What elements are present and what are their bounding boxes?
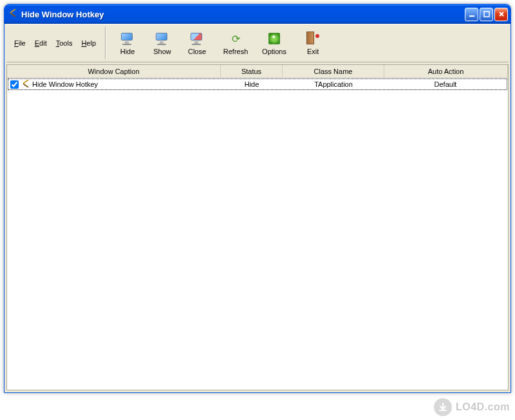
menu-file[interactable]: File	[10, 37, 30, 50]
toolbar-area: File Edit Tools Help Hide Show	[6, 24, 509, 62]
refresh-button[interactable]: ⟳ Refresh	[218, 26, 253, 60]
menu-tools[interactable]: Tools	[52, 37, 77, 50]
titlebar[interactable]: Hide Window Hotkey	[5, 5, 510, 24]
menu-edit[interactable]: Edit	[31, 37, 51, 50]
list-view: Window Caption Status Class Name Auto Ac…	[6, 64, 509, 390]
exit-button[interactable]: Exit	[295, 26, 330, 60]
refresh-label: Refresh	[223, 48, 248, 55]
app-icon	[8, 9, 19, 19]
watermark-text: LO4D.com	[456, 401, 510, 413]
list-body[interactable]: Hide Window Hotkey Hide TApplication Def…	[7, 78, 508, 390]
col-auto-action[interactable]: Auto Action	[384, 65, 508, 77]
col-class-name[interactable]: Class Name	[283, 65, 384, 77]
options-icon	[267, 31, 282, 46]
menubar: File Edit Tools Help	[6, 24, 104, 62]
hide-label: Hide	[120, 48, 135, 55]
options-button[interactable]: Options	[257, 26, 292, 60]
maximize-button[interactable]	[480, 8, 493, 21]
cell-action: Default	[384, 79, 507, 89]
row-caption-text: Hide Window Hotkey	[32, 80, 98, 88]
tools-icon	[8, 9, 19, 19]
cell-caption: Hide Window Hotkey	[8, 79, 221, 89]
window-title: Hide Window Hotkey	[21, 10, 465, 19]
close-label: Close	[188, 48, 206, 55]
cell-status: Hide	[221, 79, 283, 89]
toolbar: Hide Show Close ⟳ Refresh	[108, 24, 333, 62]
minimize-button[interactable]	[465, 8, 478, 21]
options-label: Options	[262, 48, 286, 55]
download-icon	[434, 398, 452, 416]
app-window: Hide Window Hotkey File Edit Tools Help	[4, 4, 511, 393]
show-button[interactable]: Show	[145, 26, 180, 60]
close-button[interactable]: Close	[180, 26, 214, 60]
window-controls	[465, 8, 508, 21]
tools-icon	[21, 80, 30, 89]
monitor-show-icon	[154, 31, 170, 46]
col-status[interactable]: Status	[221, 65, 283, 77]
row-checkbox[interactable]	[10, 80, 19, 89]
exit-label: Exit	[307, 48, 319, 55]
svg-rect-1	[484, 12, 489, 17]
show-label: Show	[153, 48, 171, 55]
svg-rect-0	[469, 15, 474, 17]
refresh-icon: ⟳	[228, 31, 243, 46]
table-row[interactable]: Hide Window Hotkey Hide TApplication Def…	[8, 78, 507, 90]
exit-icon	[305, 31, 321, 46]
hide-button[interactable]: Hide	[110, 26, 145, 60]
monitor-close-icon	[189, 31, 205, 46]
monitor-hide-icon	[120, 31, 135, 46]
column-headers: Window Caption Status Class Name Auto Ac…	[7, 65, 508, 78]
toolbar-separator	[105, 27, 106, 59]
cell-class: TApplication	[283, 79, 384, 89]
col-window-caption[interactable]: Window Caption	[7, 65, 221, 77]
close-window-button[interactable]	[494, 8, 508, 21]
menu-help[interactable]: Help	[77, 37, 100, 50]
watermark: LO4D.com	[434, 398, 510, 416]
